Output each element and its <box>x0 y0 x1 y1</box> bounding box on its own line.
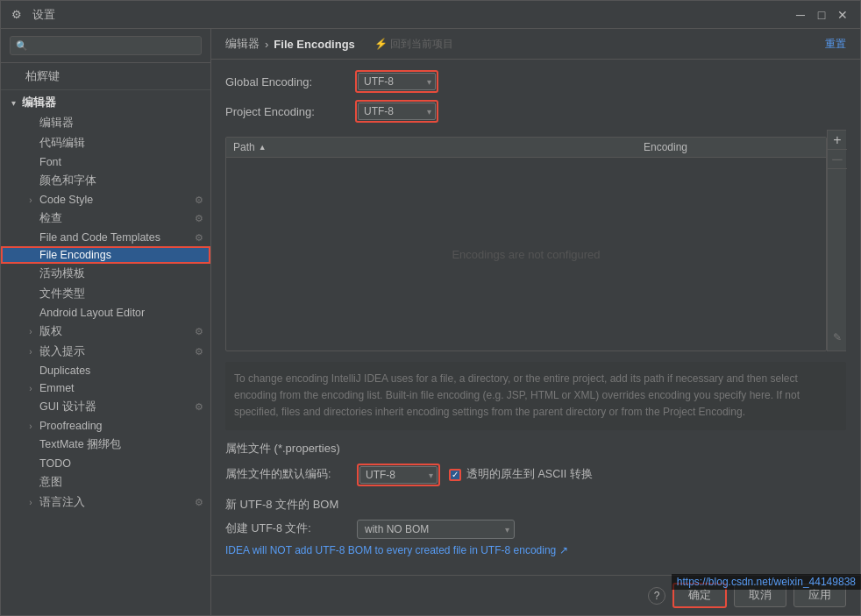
sidebar-tree: 柏辉键 ▾ 编辑器 编辑器 代码编辑 <box>1 63 210 615</box>
expand-icon: › <box>25 195 36 205</box>
settings-window: ⚙ 设置 ─ □ ✕ 🔍 柏辉键 <box>0 0 861 616</box>
properties-encoding-select-container: UTF-8 UTF-16 ISO-8859-1 <box>359 466 438 484</box>
global-encoding-label: Global Encoding: <box>225 75 348 89</box>
expand-icon4: › <box>25 384 36 393</box>
project-encoding-select[interactable]: UTF-8 UTF-16 ISO-8859-1 GBK <box>358 103 436 120</box>
transparent-checkbox-wrap: ✓ 透明的原生到 ASCII 转换 <box>449 467 593 482</box>
properties-encoding-select[interactable]: UTF-8 UTF-16 ISO-8859-1 <box>359 466 438 484</box>
help-button[interactable]: ? <box>648 587 665 605</box>
bom-select[interactable]: with NO BOM with BOM with BOM if needed <box>357 520 515 539</box>
sidebar-item-android-layout[interactable]: Android Layout Editor <box>1 304 210 322</box>
cog-icon3: ⚙ <box>195 232 203 244</box>
content-area: 🔍 柏辉键 ▾ 编辑器 编辑器 <box>1 29 860 615</box>
properties-section-title: 属性文件 (*.properties) <box>225 441 846 457</box>
panel-header: 编辑器 › File Encodings ⚡ 回到当前项目 重置 <box>211 29 860 60</box>
properties-encoding-label: 属性文件的默认编码: <box>225 467 348 482</box>
add-encoding-button[interactable]: + <box>828 131 847 150</box>
sidebar-item-live-templates[interactable]: 活动模板 <box>1 264 210 284</box>
sidebar-item-inspection[interactable]: 检查 ⚙ <box>1 209 210 229</box>
transparent-label: 透明的原生到 ASCII 转换 <box>466 467 593 482</box>
transparent-checkbox[interactable]: ✓ <box>449 469 461 481</box>
close-button[interactable]: ✕ <box>836 8 850 22</box>
global-encoding-select-wrap: UTF-8 UTF-16 ISO-8859-1 GBK <box>355 70 438 93</box>
main-panel: 编辑器 › File Encodings ⚡ 回到当前项目 重置 Global … <box>211 29 860 615</box>
panel-hint: ⚡ 回到当前项目 <box>374 37 453 52</box>
breadcrumb-arrow: › <box>265 38 268 51</box>
sidebar-item-file-templates[interactable]: File and Code Templates ⚙ <box>1 229 210 246</box>
sidebar-item-editor-parent[interactable]: ▾ 编辑器 <box>1 93 210 113</box>
reset-button[interactable]: 重置 <box>825 37 846 52</box>
maximize-button[interactable]: □ <box>815 8 829 22</box>
encoding-label: Encoding <box>644 141 687 153</box>
cog-icon6: ⚙ <box>195 346 203 358</box>
minimize-button[interactable]: ─ <box>793 8 808 22</box>
remove-encoding-button[interactable]: ─ <box>828 150 847 169</box>
separator <box>1 89 210 90</box>
file-table: Path ▲ Encoding Encodings are not config… <box>225 137 827 351</box>
bom-section-title: 新 UTF-8 文件的 BOM <box>225 497 846 513</box>
search-wrap[interactable]: 🔍 <box>10 36 202 55</box>
sidebar-item-proofreading[interactable]: › Proofreading <box>1 417 210 435</box>
table-side-actions: + ─ ✎ <box>827 130 846 351</box>
watermark: https://blog.csdn.net/weixin_44149838 <box>672 574 861 590</box>
sidebar-item-file-encodings[interactable]: File Encodings <box>1 246 210 264</box>
title-bar: ⚙ 设置 ─ □ ✕ <box>1 1 860 29</box>
expand-icon2: › <box>25 327 36 336</box>
path-label: Path <box>233 141 255 153</box>
window-title: 设置 <box>32 7 793 23</box>
cog-icon2: ⚙ <box>195 213 203 224</box>
sidebar-item-colors[interactable]: 颜色和字体 <box>1 171 210 191</box>
search-input[interactable] <box>32 39 196 52</box>
sidebar-item-code-editing[interactable]: 代码编辑 <box>1 133 210 153</box>
empty-table-text: Encodings are not configured <box>452 248 600 261</box>
sidebar-item-editor[interactable]: 编辑器 <box>1 113 210 133</box>
sort-asc-icon: ▲ <box>259 143 267 152</box>
sidebar: 🔍 柏辉键 ▾ 编辑器 编辑器 <box>1 29 211 615</box>
sidebar-item-language-injections[interactable]: › 语言注入 ⚙ <box>1 492 210 513</box>
cog-icon: ⚙ <box>195 195 203 206</box>
sidebar-item-shortcuts[interactable]: 柏辉键 <box>1 67 210 87</box>
breadcrumb: 编辑器 › File Encodings ⚡ 回到当前项目 <box>225 36 453 52</box>
properties-encoding-row: 属性文件的默认编码: UTF-8 UTF-16 ISO-8859-1 ✓ 透明 <box>225 464 846 486</box>
panel-body: Global Encoding: UTF-8 UTF-16 ISO-8859-1… <box>211 60 860 575</box>
sidebar-item-font[interactable]: Font <box>1 153 210 171</box>
sidebar-item-file-types[interactable]: 文件类型 <box>1 284 210 304</box>
sidebar-item-duplicates[interactable]: Duplicates <box>1 362 210 379</box>
settings-icon: ⚙ <box>11 8 25 22</box>
encoding-column-header: Encoding <box>644 141 819 153</box>
file-table-body: Encodings are not configured <box>226 158 826 350</box>
sidebar-item-code-style[interactable]: › Code Style ⚙ <box>1 191 210 209</box>
search-bar: 🔍 <box>1 29 210 63</box>
file-table-header: Path ▲ Encoding <box>226 138 826 158</box>
sidebar-item-textmate[interactable]: TextMate 捆绑包 <box>1 435 210 455</box>
bom-select-container: with NO BOM with BOM with BOM if needed <box>357 520 515 539</box>
sidebar-item-todo[interactable]: TODO <box>1 455 210 472</box>
path-column-header: Path ▲ <box>233 141 644 153</box>
bom-row: 创建 UTF-8 文件: with NO BOM with BOM with B… <box>225 520 846 539</box>
sidebar-item-emmet[interactable]: › Emmet <box>1 379 210 397</box>
cog-icon5: ⚙ <box>195 326 203 337</box>
project-encoding-select-wrap: UTF-8 UTF-16 ISO-8859-1 GBK <box>355 100 438 123</box>
window-controls: ─ □ ✕ <box>793 8 850 22</box>
info-text: To change encoding IntelliJ IDEA uses fo… <box>225 362 846 430</box>
file-table-outer: Path ▲ Encoding Encodings are not config… <box>225 130 846 351</box>
expand-arrow-icon: ▾ <box>8 98 18 108</box>
cog-icon8: ⚙ <box>195 497 203 508</box>
bom-label: 创建 UTF-8 文件: <box>225 521 348 536</box>
global-encoding-row: Global Encoding: UTF-8 UTF-16 ISO-8859-1… <box>225 70 846 93</box>
sidebar-item-copyright[interactable]: › 版权 ⚙ <box>1 322 210 342</box>
project-encoding-row: Project Encoding: UTF-8 UTF-16 ISO-8859-… <box>225 100 846 123</box>
expand-icon6: › <box>25 498 36 507</box>
sidebar-item-inlay-hints[interactable]: › 嵌入提示 ⚙ <box>1 342 210 362</box>
edit-encoding-button[interactable]: ✎ <box>828 328 847 347</box>
breadcrumb-current: File Encodings <box>274 38 354 51</box>
properties-encoding-select-wrap: UTF-8 UTF-16 ISO-8859-1 <box>357 464 440 486</box>
expand-icon3: › <box>25 347 36 357</box>
project-encoding-select-container: UTF-8 UTF-16 ISO-8859-1 GBK <box>358 103 436 120</box>
sidebar-item-gui-designer[interactable]: GUI 设计器 ⚙ <box>1 397 210 417</box>
search-icon: 🔍 <box>16 40 28 52</box>
global-encoding-select[interactable]: UTF-8 UTF-16 ISO-8859-1 GBK <box>358 73 436 90</box>
sidebar-item-intentions[interactable]: 意图 <box>1 472 210 492</box>
global-encoding-select-container: UTF-8 UTF-16 ISO-8859-1 GBK <box>358 73 436 90</box>
project-encoding-label: Project Encoding: <box>225 105 348 118</box>
